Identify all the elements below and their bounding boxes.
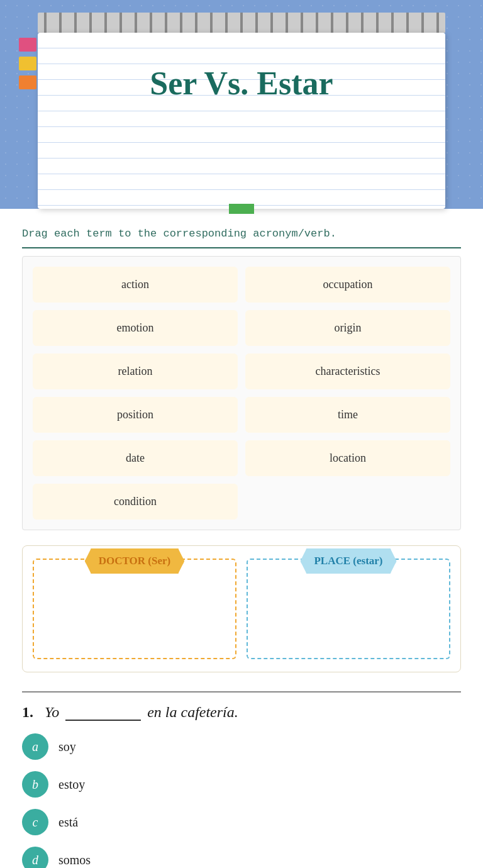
question-number: 1. bbox=[22, 704, 33, 720]
term-action[interactable]: action bbox=[33, 267, 238, 303]
term-position[interactable]: position bbox=[33, 397, 238, 433]
place-label: PLACE (estar) bbox=[300, 548, 396, 574]
answer-text-b: estoy bbox=[58, 777, 85, 792]
terms-grid: action occupation emotion origin relatio… bbox=[33, 267, 450, 520]
notebook-paper: Ser Vs. Estar bbox=[38, 33, 445, 209]
terms-container: action occupation emotion origin relatio… bbox=[22, 256, 461, 530]
answer-text-d: somos bbox=[58, 853, 91, 867]
notebook-area: Ser Vs. Estar bbox=[0, 0, 483, 209]
term-relation[interactable]: relation bbox=[33, 353, 238, 389]
answer-bubble-b: b bbox=[22, 771, 48, 798]
question-suffix: en la cafetería. bbox=[147, 704, 238, 720]
question-text: 1. Yo en la cafetería. bbox=[22, 703, 461, 721]
term-condition[interactable]: condition bbox=[33, 484, 238, 520]
answer-option-c[interactable]: c está bbox=[22, 809, 461, 835]
term-date[interactable]: date bbox=[33, 440, 238, 476]
side-tab-yellow bbox=[19, 57, 36, 70]
answer-option-d[interactable]: d somos bbox=[22, 847, 461, 868]
term-origin[interactable]: origin bbox=[245, 310, 450, 346]
drop-zone-doctor[interactable]: DOCTOR (Ser) bbox=[33, 559, 236, 659]
answer-text-a: soy bbox=[58, 740, 76, 754]
side-tab-pink bbox=[19, 38, 36, 52]
answer-bubble-c: c bbox=[22, 809, 48, 835]
term-characteristics[interactable]: characteristics bbox=[245, 353, 450, 389]
notebook-title: Ser Vs. Estar bbox=[69, 58, 414, 116]
side-tab-orange bbox=[19, 75, 36, 89]
question-section: 1. Yo en la cafetería. a soy b estoy c e… bbox=[22, 691, 461, 868]
main-content: Drag each term to the corresponding acro… bbox=[0, 209, 483, 868]
drop-zones: DOCTOR (Ser) PLACE (estar) bbox=[22, 545, 461, 672]
term-occupation[interactable]: occupation bbox=[245, 267, 450, 303]
question-prefix: Yo bbox=[45, 704, 59, 720]
drop-zone-place[interactable]: PLACE (estar) bbox=[247, 559, 450, 659]
term-location[interactable]: location bbox=[245, 440, 450, 476]
question-blank bbox=[65, 703, 141, 721]
term-time[interactable]: time bbox=[245, 397, 450, 433]
answer-text-c: está bbox=[58, 815, 78, 830]
term-emotion[interactable]: emotion bbox=[33, 310, 238, 346]
answer-option-b[interactable]: b estoy bbox=[22, 771, 461, 798]
answer-bubble-d: d bbox=[22, 847, 48, 868]
green-strip bbox=[229, 204, 254, 214]
instruction-text: Drag each term to the corresponding acro… bbox=[22, 228, 461, 248]
answer-options: a soy b estoy c está d somos bbox=[22, 733, 461, 868]
side-tabs bbox=[19, 38, 36, 89]
answer-option-a[interactable]: a soy bbox=[22, 733, 461, 760]
answer-bubble-a: a bbox=[22, 733, 48, 760]
doctor-label: DOCTOR (Ser) bbox=[85, 548, 184, 574]
